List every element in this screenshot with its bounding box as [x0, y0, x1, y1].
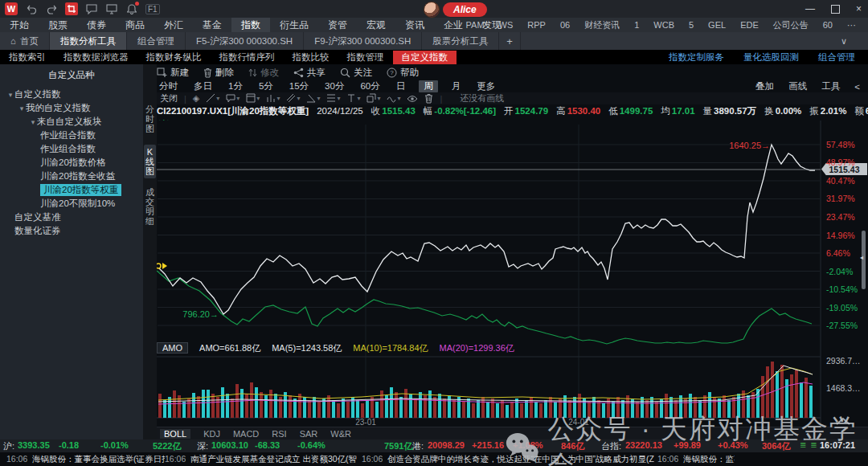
subtab[interactable]: 指数行情序列: [211, 51, 284, 64]
ticker-item[interactable]: 创造合资品牌中的增长奇迹，悦达起亚“在中国，为中国”战略威力初显(ZAKER): [387, 454, 654, 465]
menu-item[interactable]: 资管: [318, 18, 357, 32]
eye-icon[interactable]: [407, 95, 418, 103]
shapes-tool-button[interactable]: ▾: [366, 93, 380, 104]
timeframe-button[interactable]: 月: [449, 80, 464, 92]
ticker-item[interactable]: 海锅股份：监事会…: [683, 454, 735, 465]
menu-right-item[interactable]: RPP: [520, 20, 553, 30]
ticker-item[interactable]: 海锅股份：董事会换届选举(证券日报网): [32, 454, 165, 465]
price-chart[interactable]: 23-0124-011640.25→796.20→: [157, 121, 821, 427]
marker-tool-icon[interactable]: ◈: [193, 93, 199, 104]
trash-button[interactable]: 删除: [203, 67, 234, 79]
subtab-link[interactable]: 量化选股回测: [743, 51, 799, 63]
monitor-icon[interactable]: [105, 2, 118, 15]
tree-item[interactable]: 作业组合指数: [0, 129, 143, 142]
avatar[interactable]: [424, 2, 440, 18]
trend-line-tool-button[interactable]: ▾: [206, 93, 219, 104]
fib-tool-button[interactable]: ▾: [326, 93, 340, 104]
subtab[interactable]: 指数索引: [0, 51, 55, 64]
tree-item[interactable]: 川渝20指数等权重: [0, 183, 143, 197]
tree-item[interactable]: 川渝20不限制10%: [0, 197, 143, 211]
maximize-button[interactable]: [831, 5, 840, 14]
indicator-tab[interactable]: MACD: [233, 429, 259, 439]
overlay-control-button[interactable]: 画线: [788, 80, 807, 92]
menu-right-item[interactable]: 5: [682, 20, 701, 30]
share-button[interactable]: 共享: [293, 67, 326, 79]
ticker-item[interactable]: 南通产业链发展基金登记成立 出资额30亿(智通财经): [190, 454, 357, 465]
menu-item[interactable]: 股票: [39, 18, 77, 32]
search-button[interactable]: 关注: [340, 67, 372, 79]
menu-item[interactable]: 债券: [77, 18, 116, 32]
workspace-tab[interactable]: 组合管理: [127, 32, 186, 50]
tree-item[interactable]: 自定义基准: [0, 211, 143, 224]
columns-tool-button[interactable]: ▾: [266, 93, 280, 104]
tree-item[interactable]: ▾我的自定义指数: [0, 101, 143, 115]
menu-item[interactable]: 开始: [0, 18, 39, 32]
help-button[interactable]: ?帮助: [387, 67, 419, 79]
indicator-tab[interactable]: BOLL: [160, 429, 190, 439]
subtab[interactable]: 指数比较: [284, 51, 338, 64]
timeframe-button[interactable]: 60分: [358, 80, 382, 92]
timeframe-button[interactable]: 1分: [226, 80, 245, 92]
f1-help-icon[interactable]: F1: [145, 4, 160, 14]
workspace-tab[interactable]: F9-沪深300 000300.SH: [304, 32, 422, 50]
tree-item[interactable]: ▾来自自定义板块: [0, 115, 143, 129]
overlay-control-button[interactable]: 工具: [821, 80, 840, 92]
menu-right-item[interactable]: 财经资讯: [577, 19, 627, 31]
add-tab-button[interactable]: +: [499, 32, 521, 50]
wave-tool-button[interactable]: ▾: [387, 93, 400, 104]
redo-icon[interactable]: [45, 2, 58, 15]
pane-tab[interactable]: 成 交 明 细: [144, 185, 156, 228]
menu-right-item[interactable]: 60: [816, 20, 840, 30]
screenshot-icon[interactable]: [65, 2, 78, 15]
menu-right-item[interactable]: PAM: [459, 20, 492, 30]
menu-item[interactable]: 资讯: [395, 18, 434, 32]
subtab[interactable]: 自定义指数: [393, 51, 457, 64]
close-drawing-button[interactable]: 关闭: [160, 92, 178, 104]
tree-item[interactable]: 数量化证券: [0, 224, 143, 238]
subtab-link[interactable]: 指数定制服务: [669, 51, 724, 63]
timeframe-button[interactable]: 周: [419, 80, 438, 92]
pane-tab[interactable]: K 线 图: [144, 145, 156, 178]
tree-item[interactable]: 作业组合指数: [0, 142, 143, 156]
timeframe-button[interactable]: 更多: [474, 80, 497, 92]
subtab[interactable]: 指数数据浏览器: [55, 51, 137, 64]
tree-item[interactable]: 川渝20指数全收益: [0, 170, 143, 183]
timeframe-button[interactable]: 15分: [287, 80, 311, 92]
trash-icon[interactable]: [424, 93, 433, 104]
pane-tab[interactable]: 分 时 图: [144, 102, 156, 136]
callout-tool-button[interactable]: ▾: [226, 93, 240, 104]
workspace-tab[interactable]: F5-沪深300 000300.SH: [186, 32, 304, 50]
scrollbar-arrow-icon[interactable]: ◂: [860, 254, 863, 261]
notification-bell-icon[interactable]: [125, 2, 138, 15]
menu-right-item[interactable]: 1: [627, 20, 646, 30]
tree-expand-icon[interactable]: ▾: [29, 118, 37, 126]
menu-right-item[interactable]: WS: [492, 20, 521, 30]
menu-right-item[interactable]: 公司公告: [766, 19, 816, 31]
timeframe-button[interactable]: 30分: [322, 80, 346, 92]
parallel-tool-button[interactable]: ▾: [286, 93, 300, 104]
workspace-tab[interactable]: 指数分析工具: [50, 32, 127, 50]
menu-right-item[interactable]: EDE: [733, 20, 766, 30]
indicator-tab[interactable]: KDJ: [203, 429, 220, 439]
minimize-button[interactable]: —: [805, 3, 815, 14]
amo-label[interactable]: AMO: [157, 342, 188, 354]
workspace-tab[interactable]: ⌂首页: [0, 32, 50, 50]
undo-icon[interactable]: [25, 2, 38, 15]
menu-right-item[interactable]: ⋯: [840, 20, 863, 31]
text-tool-button[interactable]: ▾: [346, 93, 360, 104]
close-button[interactable]: ×: [856, 3, 862, 14]
subtab-link[interactable]: 组合管理: [818, 51, 855, 63]
subtab[interactable]: 指数财务纵比: [137, 51, 211, 64]
timeframe-button[interactable]: 日: [394, 80, 408, 92]
app-logo[interactable]: W: [5, 2, 18, 15]
menu-item[interactable]: 衍生品: [270, 18, 318, 32]
menu-item[interactable]: 基金: [193, 18, 231, 32]
user-button[interactable]: Alice: [443, 2, 487, 17]
menu-right-item[interactable]: 06: [553, 20, 577, 30]
new-button[interactable]: 新建: [157, 67, 189, 79]
timeframe-button[interactable]: 多日: [191, 80, 215, 92]
market-bars-icon[interactable]: ≣ ≣: [800, 440, 818, 449]
menu-item[interactable]: 商品: [116, 18, 154, 32]
workspace-tab[interactable]: 股票分析工具: [422, 32, 499, 50]
indicator-tab[interactable]: SAR: [300, 429, 318, 439]
